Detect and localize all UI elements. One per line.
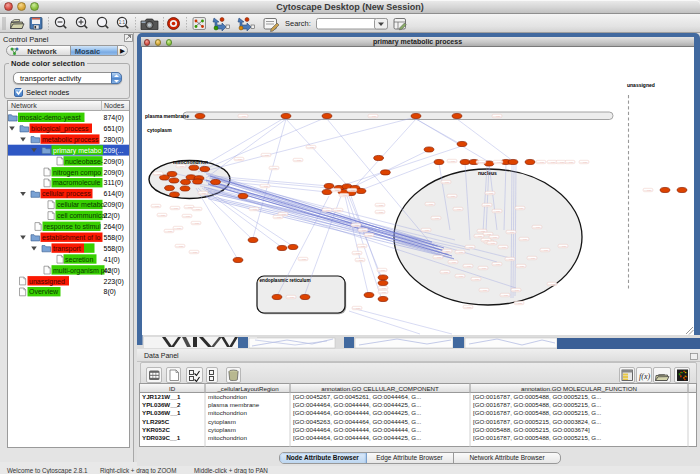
- svg-text:[Yxxx]: [Yxxx]: [465, 265, 472, 268]
- svg-text:plasma membrane: plasma membrane: [145, 113, 189, 119]
- svg-text:[Yxxx]: [Yxxx]: [442, 271, 449, 274]
- svg-text:[Yxxx]: [Yxxx]: [457, 251, 464, 254]
- svg-text:[Yxxx]: [Yxxx]: [262, 185, 269, 188]
- svg-text:209(0): 209(0): [104, 169, 124, 177]
- svg-text:[Yxxx]: [Yxxx]: [435, 256, 442, 259]
- svg-text:[Yxxx]: [Yxxx]: [360, 229, 367, 232]
- svg-text:22(0): 22(0): [104, 212, 120, 220]
- svg-text:multi-organism pro: multi-organism pro: [53, 267, 111, 275]
- svg-text:[Yxxx]: [Yxxx]: [380, 291, 387, 294]
- svg-text:[Yxxx]: [Yxxx]: [443, 181, 450, 184]
- svg-text:cytoplasm: cytoplasm: [208, 418, 236, 425]
- svg-text:[Yxxx]: [Yxxx]: [494, 263, 501, 266]
- svg-text:annotation.GO MOLECULAR_FUNCTI: annotation.GO MOLECULAR_FUNCTION: [521, 385, 637, 392]
- svg-text:[Yxxx]: [Yxxx]: [333, 189, 340, 192]
- svg-text:[Yxxx]: [Yxxx]: [427, 203, 434, 206]
- svg-text:[Yxxx]: [Yxxx]: [521, 238, 528, 241]
- svg-text:[Yxxx]: [Yxxx]: [542, 249, 549, 252]
- svg-text:[Yxxx]: [Yxxx]: [529, 257, 536, 260]
- svg-text:[Yxxx]: [Yxxx]: [538, 161, 545, 164]
- svg-text:[Yxxx]: [Yxxx]: [449, 160, 456, 163]
- svg-text:[Yxxx]: [Yxxx]: [175, 227, 182, 230]
- svg-text:[GO:0016787, GO:0005488, GO:00: [GO:0016787, GO:0005488, GO:0005215, G..…: [473, 401, 602, 408]
- svg-text:cellular metabo: cellular metabo: [57, 201, 105, 208]
- svg-text:[Yxxx]: [Yxxx]: [240, 115, 247, 118]
- svg-text:[Yxxx]: [Yxxx]: [184, 215, 191, 218]
- svg-text:YPL036W__2: YPL036W__2: [142, 401, 181, 408]
- svg-text:[GO:0016787, GO:0005215, GO:00: [GO:0016787, GO:0005215, GO:0003824, G..…: [473, 418, 602, 425]
- svg-text:209(0): 209(0): [104, 158, 124, 166]
- svg-text:[Yxxx]: [Yxxx]: [324, 209, 331, 212]
- svg-text:[Yxxx]: [Yxxx]: [200, 192, 207, 195]
- svg-text:primary metabo: primary metabo: [53, 147, 102, 155]
- svg-text:651(0): 651(0): [104, 125, 124, 133]
- svg-text:YLR295C: YLR295C: [142, 418, 170, 425]
- svg-text:[GO:0045267, GO:0045261, GO:00: [GO:0045267, GO:0045261, GO:0044464, G..…: [293, 393, 422, 400]
- svg-text:[Yxxx]: [Yxxx]: [271, 167, 278, 170]
- svg-text:[Yxxx]: [Yxxx]: [366, 234, 373, 237]
- svg-text:Search:: Search:: [285, 19, 311, 28]
- svg-text:ID: ID: [169, 385, 176, 392]
- svg-text:[Yxxx]: [Yxxx]: [495, 161, 502, 164]
- svg-text:[GO:0044464, GO:0044444, GO:00: [GO:0044464, GO:0044444, GO:0044444, G..…: [293, 426, 422, 433]
- svg-text:[Yxxx]: [Yxxx]: [494, 115, 501, 118]
- svg-text:[Yxxx]: [Yxxx]: [359, 245, 366, 248]
- svg-text:YPL036W__1: YPL036W__1: [142, 409, 181, 416]
- svg-text:[Yxxx]: [Yxxx]: [178, 165, 185, 168]
- svg-text:_cellularLayoutRegion: _cellularLayoutRegion: [216, 385, 279, 392]
- svg-text:mitochondrion: mitochondrion: [208, 409, 247, 416]
- svg-text:[Yxxx]: [Yxxx]: [645, 189, 652, 192]
- svg-text:[Yxxx]: [Yxxx]: [549, 161, 556, 164]
- svg-text:[Yxxx]: [Yxxx]: [518, 265, 525, 268]
- svg-text:[Yxxx]: [Yxxx]: [457, 275, 464, 278]
- svg-text:[Yxxx]: [Yxxx]: [494, 210, 501, 213]
- svg-text:YKR052C: YKR052C: [142, 426, 170, 433]
- svg-text:mitochondrion: mitochondrion: [208, 393, 247, 400]
- svg-text:[Yxxx]: [Yxxx]: [473, 278, 480, 281]
- svg-text:[GO:0005488, GO:0005215, GO:00: [GO:0005488, GO:0005215, GO:0003674]: [473, 426, 590, 433]
- svg-text:[Yxxx]: [Yxxx]: [491, 236, 498, 239]
- svg-text:secretion: secretion: [65, 256, 94, 263]
- svg-text:[Yxxx]: [Yxxx]: [172, 207, 179, 210]
- svg-text:mitochondrion: mitochondrion: [208, 434, 247, 441]
- svg-text:209(...: 209(...: [104, 147, 124, 155]
- svg-text:[Yxxx]: [Yxxx]: [450, 261, 457, 264]
- svg-text:cellular process: cellular process: [42, 190, 91, 198]
- svg-text:cell communicat: cell communicat: [57, 212, 107, 219]
- svg-text:[Yxxx]: [Yxxx]: [354, 252, 361, 255]
- svg-text:[Yxxx]: [Yxxx]: [300, 258, 307, 261]
- svg-text:[GO:0045263, GO:0044464, GO:00: [GO:0045263, GO:0044464, GO:0044445, G..…: [293, 418, 422, 425]
- svg-text:223(0): 223(0): [104, 278, 124, 286]
- svg-text:[Yxxx]: [Yxxx]: [489, 242, 496, 245]
- svg-text:[Yxxx]: [Yxxx]: [341, 194, 348, 197]
- svg-text:[Yxxx]: [Yxxx]: [349, 189, 356, 192]
- svg-text:[Yxxx]: [Yxxx]: [558, 161, 565, 164]
- svg-text:874(0): 874(0): [104, 114, 124, 122]
- svg-text:response to stimul: response to stimul: [44, 223, 101, 231]
- svg-text:[GO:0016787, GO:0005488, GO:00: [GO:0016787, GO:0005488, GO:0005215, G..…: [473, 409, 602, 416]
- svg-text:macromolecule: macromolecule: [53, 179, 101, 186]
- svg-text:nucleobase-: nucleobase-: [65, 158, 104, 165]
- svg-text:unassigned: unassigned: [29, 278, 65, 286]
- svg-text:[Yxxx]: [Yxxx]: [177, 245, 184, 248]
- svg-text:mosaic-demo-yeast: mosaic-demo-yeast: [20, 114, 81, 122]
- svg-text:[GO:0044464, GO:0044444, GO:00: [GO:0044464, GO:0044444, GO:0044425, G..…: [293, 401, 422, 408]
- svg-text:YDR039C__1: YDR039C__1: [142, 434, 181, 441]
- svg-text:plasma membrane: plasma membrane: [208, 401, 260, 408]
- svg-text:311(0): 311(0): [104, 179, 124, 187]
- svg-text:280(0): 280(0): [104, 136, 124, 144]
- svg-text:metabolic process: metabolic process: [42, 136, 99, 144]
- svg-text:[Yxxx]: [Yxxx]: [560, 245, 567, 248]
- svg-text:558(0): 558(0): [104, 234, 124, 242]
- svg-text:[Yxxx]: [Yxxx]: [465, 306, 472, 309]
- svg-text:Overview: Overview: [29, 288, 59, 295]
- svg-text:[Yxxx]: [Yxxx]: [357, 259, 364, 262]
- svg-text:264(0): 264(0): [104, 223, 124, 231]
- svg-text:unassigned: unassigned: [627, 82, 655, 88]
- svg-text:[Yxxx]: [Yxxx]: [549, 283, 556, 286]
- svg-text:YJR121W__1: YJR121W__1: [142, 393, 181, 400]
- svg-text:nucleus: nucleus: [478, 170, 497, 176]
- svg-text:[Yxxx]: [Yxxx]: [534, 226, 541, 229]
- svg-text:annotation.GO CELLULAR_COMPONE: annotation.GO CELLULAR_COMPONENT: [321, 385, 439, 392]
- svg-text:[Yxxx]: [Yxxx]: [354, 307, 361, 310]
